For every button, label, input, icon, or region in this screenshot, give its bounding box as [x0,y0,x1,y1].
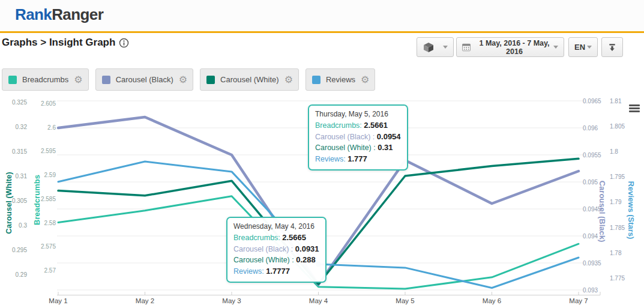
x-axis-label: May 4 [309,297,328,304]
carousel_white-tick-label: 0.315 [12,148,27,155]
tooltip-row: Carousel (Black) : 0.0954 [315,131,401,143]
breadcrumbs-tick-label: 2.58 [44,219,56,226]
breadcrumbs-tick-label: 2.605 [41,100,56,107]
carousel_white-tick-label: 0.325 [12,99,27,106]
axis-title-breadcrumbs: Breadcrumbs [32,175,41,225]
x-axis-label: May 2 [136,297,154,304]
carousel_black-tick-label: 0.093 [583,287,598,294]
carousel_black-tick-label: 0.094 [583,233,598,240]
axis-title-reviews-stars: Reviews (Stars) [627,181,636,240]
carousel_white-tick-label: 0.32 [16,124,27,130]
carousel_white-tick-label: 0.31 [16,173,27,180]
carousel_black-tick-label: 0.0955 [583,152,601,159]
axis-title-carousel-white: Carousel (White) [4,172,13,234]
chart-tooltip: Thursday, May 5, 2016Breadcrumbs: 2.5661… [308,104,408,171]
reviews-tick-label: 1.805 [610,123,625,130]
chart-menu-button[interactable] [628,103,641,113]
reviews-tick-label: 1.78 [610,249,621,256]
axis-title-carousel-black: Carousel (Black) [598,181,607,243]
tooltip-row: Carousel (White) : 0.31 [315,142,401,154]
tooltip-row: Reviews: 1.777 [315,154,401,165]
x-axis-label: May 5 [396,297,414,304]
carousel_white-tick-label: 0.295 [12,247,27,253]
reviews-tick-label: 1.785 [610,224,625,231]
x-axis-label: May 1 [49,297,67,304]
breadcrumbs-tick-label: 2.6 [47,124,56,130]
reviews-tick-label: 1.79 [610,199,621,205]
breadcrumbs-tick-label: 2.575 [41,243,56,250]
chart-tooltip: Wednesday, May 4, 2016Breadcrumbs: 2.566… [226,217,327,283]
carousel_black-tick-label: 0.096 [583,125,598,131]
breadcrumbs-tick-label: 2.585 [41,195,56,202]
tooltip-row: Carousel (White) : 0.288 [233,255,319,266]
breadcrumbs-tick-label: 2.59 [44,172,56,178]
tooltip-row: Breadcrumbs: 2.5661 [315,120,401,131]
breadcrumbs-tick-label: 2.57 [44,267,56,273]
carousel_black-tick-label: 0.0965 [583,98,601,104]
tooltip-row: Carousel (Black) : 0.0931 [233,244,319,255]
x-axis-label: May 3 [222,297,241,304]
carousel_white-tick-label: 0.3 [19,222,27,229]
reviews-tick-label: 1.775 [610,274,625,281]
x-axis-label: May 7 [569,297,588,304]
hamburger-icon [629,104,640,106]
carousel_black-tick-label: 0.0935 [583,260,601,267]
breadcrumbs-tick-label: 2.595 [41,148,56,154]
carousel_white-tick-label: 0.305 [12,198,27,204]
reviews-tick-label: 1.795 [610,174,625,180]
carousel_black-tick-label: 0.095 [583,179,598,186]
rankranger-app: RankRanger Graphs > Insight Graph 1 May,… [0,0,644,308]
reviews-tick-label: 1.8 [610,148,618,155]
tooltip-row: Breadcrumbs: 2.5665 [233,232,319,244]
x-axis-label: May 6 [483,297,501,304]
tooltip-row: Reviews: 1.7777 [233,266,319,277]
tooltip-date: Wednesday, May 4, 2016 [233,222,319,231]
tooltip-date: Thursday, May 5, 2016 [315,110,401,118]
reviews-tick-label: 1.81 [610,98,621,104]
carousel_white-tick-label: 0.29 [16,271,27,278]
